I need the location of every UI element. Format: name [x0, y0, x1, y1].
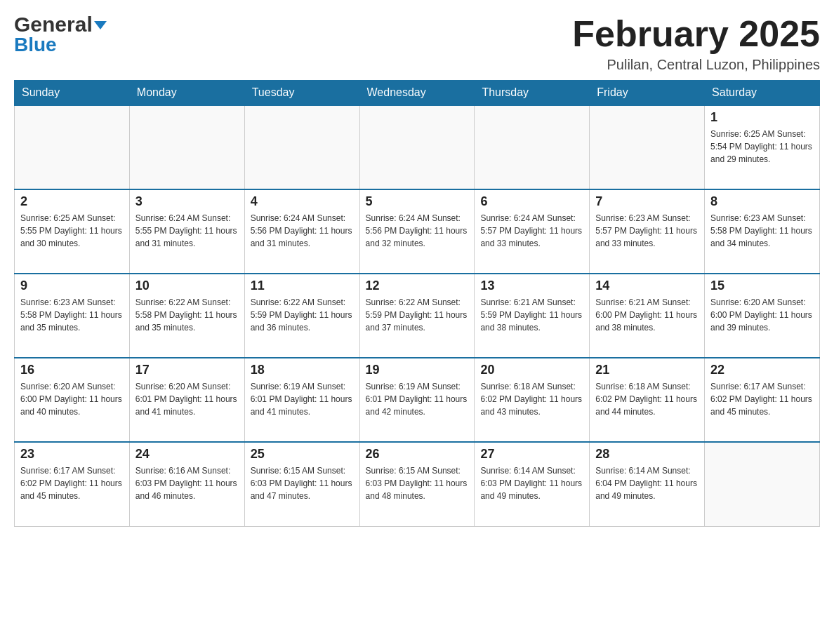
day-number: 21 — [595, 363, 699, 377]
col-wednesday: Wednesday — [359, 81, 475, 106]
day-number: 17 — [135, 363, 239, 377]
day-info: Sunrise: 6:24 AM Sunset: 5:55 PM Dayligh… — [135, 212, 239, 250]
day-info: Sunrise: 6:23 AM Sunset: 5:57 PM Dayligh… — [595, 212, 699, 250]
table-row: 18Sunrise: 6:19 AM Sunset: 6:01 PM Dayli… — [244, 358, 359, 442]
day-number: 11 — [251, 279, 354, 293]
table-row: 4Sunrise: 6:24 AM Sunset: 5:56 PM Daylig… — [244, 189, 359, 274]
day-info: Sunrise: 6:17 AM Sunset: 6:02 PM Dayligh… — [20, 464, 124, 502]
table-row: 17Sunrise: 6:20 AM Sunset: 6:01 PM Dayli… — [129, 358, 244, 442]
table-row — [244, 105, 359, 189]
day-number: 26 — [366, 447, 469, 462]
day-info: Sunrise: 6:24 AM Sunset: 5:56 PM Dayligh… — [251, 212, 354, 250]
table-row: 6Sunrise: 6:24 AM Sunset: 5:57 PM Daylig… — [475, 189, 590, 274]
calendar-week-3: 9Sunrise: 6:23 AM Sunset: 5:58 PM Daylig… — [15, 274, 820, 358]
day-info: Sunrise: 6:17 AM Sunset: 6:02 PM Dayligh… — [710, 380, 814, 418]
title-section: February 2025 Pulilan, Central Luzon, Ph… — [572, 14, 820, 73]
day-info: Sunrise: 6:23 AM Sunset: 5:58 PM Dayligh… — [20, 296, 124, 334]
col-tuesday: Tuesday — [244, 81, 359, 106]
table-row — [705, 442, 820, 526]
table-row — [15, 105, 130, 189]
day-number: 14 — [595, 279, 699, 293]
day-number: 22 — [710, 363, 814, 377]
table-row — [475, 105, 590, 189]
table-row: 10Sunrise: 6:22 AM Sunset: 5:58 PM Dayli… — [129, 274, 244, 358]
day-info: Sunrise: 6:20 AM Sunset: 6:00 PM Dayligh… — [710, 296, 814, 334]
col-thursday: Thursday — [475, 81, 590, 106]
col-saturday: Saturday — [705, 81, 820, 106]
day-info: Sunrise: 6:16 AM Sunset: 6:03 PM Dayligh… — [135, 464, 239, 502]
table-row: 23Sunrise: 6:17 AM Sunset: 6:02 PM Dayli… — [15, 442, 130, 526]
day-number: 10 — [135, 279, 239, 293]
month-title: February 2025 — [572, 14, 820, 54]
logo: General Blue — [14, 14, 107, 55]
logo-blue: Blue — [14, 35, 57, 55]
day-number: 12 — [366, 279, 469, 293]
day-info: Sunrise: 6:14 AM Sunset: 6:03 PM Dayligh… — [480, 464, 583, 502]
table-row: 15Sunrise: 6:20 AM Sunset: 6:00 PM Dayli… — [705, 274, 820, 358]
calendar-week-2: 2Sunrise: 6:25 AM Sunset: 5:55 PM Daylig… — [15, 189, 820, 274]
day-number: 6 — [480, 194, 583, 209]
table-row: 25Sunrise: 6:15 AM Sunset: 6:03 PM Dayli… — [244, 442, 359, 526]
calendar-week-1: 1Sunrise: 6:25 AM Sunset: 5:54 PM Daylig… — [15, 105, 820, 189]
table-row — [590, 105, 705, 189]
table-row: 1Sunrise: 6:25 AM Sunset: 5:54 PM Daylig… — [705, 105, 820, 189]
day-info: Sunrise: 6:22 AM Sunset: 5:59 PM Dayligh… — [366, 296, 469, 334]
location-text: Pulilan, Central Luzon, Philippines — [572, 57, 820, 73]
day-number: 15 — [710, 279, 814, 293]
table-row: 26Sunrise: 6:15 AM Sunset: 6:03 PM Dayli… — [359, 442, 475, 526]
day-info: Sunrise: 6:15 AM Sunset: 6:03 PM Dayligh… — [251, 464, 354, 502]
table-row: 3Sunrise: 6:24 AM Sunset: 5:55 PM Daylig… — [129, 189, 244, 274]
day-number: 1 — [710, 110, 814, 125]
calendar-week-5: 23Sunrise: 6:17 AM Sunset: 6:02 PM Dayli… — [15, 442, 820, 526]
calendar-week-4: 16Sunrise: 6:20 AM Sunset: 6:00 PM Dayli… — [15, 358, 820, 442]
day-number: 28 — [595, 447, 699, 462]
day-number: 8 — [710, 194, 814, 209]
day-number: 27 — [480, 447, 583, 462]
table-row: 12Sunrise: 6:22 AM Sunset: 5:59 PM Dayli… — [359, 274, 475, 358]
day-number: 20 — [480, 363, 583, 377]
logo-arrow-icon — [94, 21, 107, 29]
col-sunday: Sunday — [15, 81, 130, 106]
day-info: Sunrise: 6:22 AM Sunset: 5:59 PM Dayligh… — [251, 296, 354, 334]
table-row: 21Sunrise: 6:18 AM Sunset: 6:02 PM Dayli… — [590, 358, 705, 442]
table-row: 13Sunrise: 6:21 AM Sunset: 5:59 PM Dayli… — [475, 274, 590, 358]
calendar-table: Sunday Monday Tuesday Wednesday Thursday… — [14, 80, 820, 527]
day-info: Sunrise: 6:25 AM Sunset: 5:55 PM Dayligh… — [20, 212, 124, 250]
day-info: Sunrise: 6:24 AM Sunset: 5:57 PM Dayligh… — [480, 212, 583, 250]
day-number: 25 — [251, 447, 354, 462]
table-row: 14Sunrise: 6:21 AM Sunset: 6:00 PM Dayli… — [590, 274, 705, 358]
day-info: Sunrise: 6:23 AM Sunset: 5:58 PM Dayligh… — [710, 212, 814, 250]
day-number: 13 — [480, 279, 583, 293]
day-number: 9 — [20, 279, 124, 293]
col-monday: Monday — [129, 81, 244, 106]
calendar-header-row: Sunday Monday Tuesday Wednesday Thursday… — [15, 81, 820, 106]
day-info: Sunrise: 6:15 AM Sunset: 6:03 PM Dayligh… — [366, 464, 469, 502]
table-row: 7Sunrise: 6:23 AM Sunset: 5:57 PM Daylig… — [590, 189, 705, 274]
table-row: 22Sunrise: 6:17 AM Sunset: 6:02 PM Dayli… — [705, 358, 820, 442]
logo-general: General — [14, 14, 107, 35]
day-info: Sunrise: 6:21 AM Sunset: 6:00 PM Dayligh… — [595, 296, 699, 334]
day-info: Sunrise: 6:14 AM Sunset: 6:04 PM Dayligh… — [595, 464, 699, 502]
day-number: 19 — [366, 363, 469, 377]
day-number: 24 — [135, 447, 239, 462]
day-number: 2 — [20, 194, 124, 209]
day-number: 3 — [135, 194, 239, 209]
col-friday: Friday — [590, 81, 705, 106]
day-info: Sunrise: 6:22 AM Sunset: 5:58 PM Dayligh… — [135, 296, 239, 334]
day-number: 23 — [20, 447, 124, 462]
table-row — [359, 105, 475, 189]
table-row: 27Sunrise: 6:14 AM Sunset: 6:03 PM Dayli… — [475, 442, 590, 526]
page-header: General Blue February 2025 Pulilan, Cent… — [14, 14, 820, 73]
table-row: 9Sunrise: 6:23 AM Sunset: 5:58 PM Daylig… — [15, 274, 130, 358]
day-info: Sunrise: 6:19 AM Sunset: 6:01 PM Dayligh… — [251, 380, 354, 418]
table-row — [129, 105, 244, 189]
table-row: 5Sunrise: 6:24 AM Sunset: 5:56 PM Daylig… — [359, 189, 475, 274]
table-row: 20Sunrise: 6:18 AM Sunset: 6:02 PM Dayli… — [475, 358, 590, 442]
table-row: 11Sunrise: 6:22 AM Sunset: 5:59 PM Dayli… — [244, 274, 359, 358]
day-info: Sunrise: 6:25 AM Sunset: 5:54 PM Dayligh… — [710, 128, 814, 166]
table-row: 16Sunrise: 6:20 AM Sunset: 6:00 PM Dayli… — [15, 358, 130, 442]
day-info: Sunrise: 6:21 AM Sunset: 5:59 PM Dayligh… — [480, 296, 583, 334]
table-row: 2Sunrise: 6:25 AM Sunset: 5:55 PM Daylig… — [15, 189, 130, 274]
day-info: Sunrise: 6:24 AM Sunset: 5:56 PM Dayligh… — [366, 212, 469, 250]
table-row: 28Sunrise: 6:14 AM Sunset: 6:04 PM Dayli… — [590, 442, 705, 526]
